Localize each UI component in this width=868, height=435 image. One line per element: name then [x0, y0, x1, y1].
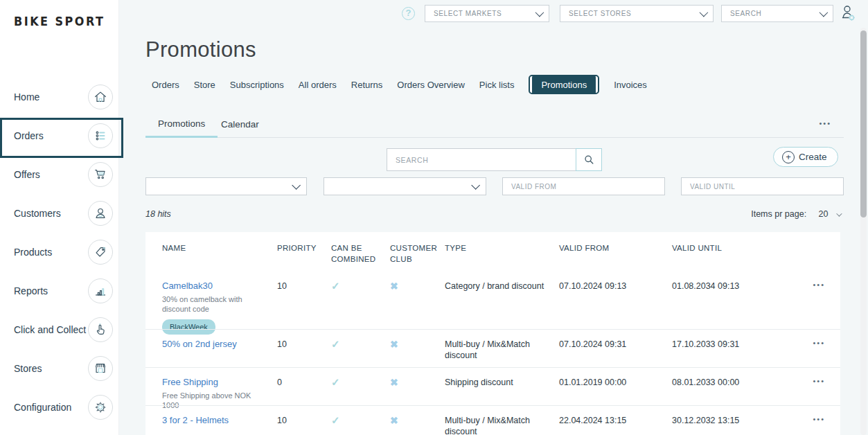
tab-subscriptions[interactable]: Subscriptions — [230, 76, 284, 94]
orders-list-icon — [88, 123, 113, 148]
table-row: 3 for 2 - Helmets 10 ✓ ✖ Multi-buy / Mix… — [145, 405, 840, 435]
tab-store[interactable]: Store — [194, 76, 215, 94]
col-name: NAME — [162, 242, 277, 254]
promotions-table: NAME PRIORITY CAN BE COMBINED CUSTOMER C… — [145, 232, 840, 435]
col-priority: PRIORITY — [277, 242, 331, 254]
tab-orders-overview[interactable]: Orders Overview — [397, 76, 465, 94]
valid-until-value: 01.08.2034 09:13 — [672, 281, 793, 292]
sidebar-item-customers[interactable]: Customers — [0, 194, 119, 233]
sidebar-item-label: Customers — [14, 208, 61, 219]
sidebar: BIKE SPORT Home Orders Offers Customers — [0, 0, 119, 435]
scrollbar-thumb[interactable] — [860, 30, 867, 218]
items-per-page-value[interactable]: 20 — [819, 209, 829, 219]
sidebar-item-offers[interactable]: Offers — [0, 155, 119, 194]
promotions-search — [387, 148, 602, 171]
topbar-search-dropdown[interactable]: SEARCH — [721, 5, 833, 22]
type-value: Multi-buy / Mix&Match discount — [445, 339, 559, 361]
subtab-calendar[interactable]: Calendar — [209, 111, 272, 138]
cross-icon: ✖ — [390, 339, 398, 350]
plus-circle-icon: + — [782, 151, 795, 163]
tab-pick-lists[interactable]: Pick lists — [479, 76, 515, 94]
sidebar-item-label: Click and Collect — [14, 324, 86, 335]
chevron-down-icon — [292, 181, 301, 190]
select-markets-dropdown[interactable]: SELECT MARKETS — [425, 5, 549, 22]
chevron-down-icon — [535, 8, 544, 17]
sidebar-item-label: Home — [14, 91, 39, 103]
col-type: TYPE — [445, 242, 559, 254]
user-settings-icon[interactable] — [840, 4, 856, 25]
check-icon: ✓ — [331, 376, 340, 388]
subtab-promotions[interactable]: Promotions — [145, 111, 218, 138]
tab-returns[interactable]: Returns — [351, 76, 383, 94]
search-button[interactable] — [576, 148, 602, 171]
brand-logo: BIKE SPORT — [14, 15, 105, 29]
promotion-name-link[interactable]: Camelbak30 — [162, 281, 213, 292]
sidebar-item-label: Reports — [14, 285, 48, 296]
check-icon: ✓ — [331, 280, 340, 292]
table-header-row: NAME PRIORITY CAN BE COMBINED CUSTOMER C… — [145, 232, 840, 272]
sidebar-nav: Home Orders Offers Customers Products — [0, 78, 119, 427]
sidebar-item-label: Configuration — [14, 402, 71, 413]
tab-promotions[interactable]: Promotions — [532, 76, 596, 94]
bar-chart-icon — [88, 278, 113, 303]
tab-all-orders[interactable]: All orders — [299, 76, 337, 94]
row-menu-icon[interactable]: ••• — [793, 339, 840, 347]
items-per-page-label: Items pr page: — [751, 209, 806, 219]
tab-invoices[interactable]: Invoices — [614, 76, 647, 94]
page-title: Promotions — [145, 37, 256, 62]
chevron-down-icon — [471, 181, 480, 190]
cross-icon: ✖ — [390, 377, 398, 388]
sidebar-item-label: Offers — [14, 169, 40, 180]
sidebar-item-home[interactable]: Home — [0, 78, 119, 116]
table-row: 50% on 2nd jersey 10 ✓ ✖ Multi-buy / Mix… — [145, 329, 840, 367]
main-tabs: Orders Store Subscriptions All orders Re… — [152, 75, 647, 94]
valid-until-value: 17.10.2033 09:31 — [672, 339, 793, 350]
chevron-down-icon[interactable] — [836, 211, 842, 216]
promotion-name-link[interactable]: 50% on 2nd jersey — [162, 339, 237, 350]
valid-from-value: 01.01.2019 00:00 — [559, 377, 672, 388]
filter-dropdown-1[interactable] — [145, 177, 307, 195]
cart-icon — [88, 162, 113, 187]
sidebar-item-orders[interactable]: Orders — [0, 116, 119, 155]
gear-icon — [88, 395, 113, 420]
row-menu-icon[interactable]: ••• — [793, 377, 840, 385]
valid-from-value: 07.10.2024 09:13 — [559, 281, 672, 292]
hand-pointer-icon — [88, 317, 113, 342]
sidebar-item-click-and-collect[interactable]: Click and Collect — [0, 310, 119, 349]
home-icon — [88, 85, 113, 109]
valid-until-value: 30.12.2032 13:15 — [672, 415, 793, 426]
promotion-name-link[interactable]: 3 for 2 - Helmets — [162, 415, 229, 426]
filter-dropdown-2[interactable] — [324, 177, 486, 195]
sidebar-item-stores[interactable]: Stores — [0, 349, 119, 388]
help-icon[interactable]: ? — [402, 7, 415, 20]
sidebar-item-label: Stores — [14, 363, 42, 374]
priority-value: 10 — [277, 415, 331, 426]
select-stores-dropdown[interactable]: SELECT STORES — [560, 5, 714, 22]
sub-tabs: Promotions Calendar ••• — [145, 111, 844, 138]
table-row: Camelbak30 30% on camelback with discoun… — [145, 272, 840, 329]
table-row: Free Shipping Free Shipping above NOK 10… — [145, 367, 840, 405]
type-value: Shipping discount — [445, 377, 559, 388]
tab-orders[interactable]: Orders — [152, 76, 179, 94]
topbar: ? SELECT MARKETS SELECT STORES SEARCH — [119, 0, 868, 28]
promotion-description: 30% on camelback with discount code — [162, 294, 245, 314]
priority-value: 10 — [277, 281, 331, 292]
valid-from-input[interactable] — [502, 177, 665, 195]
row-menu-icon[interactable]: ••• — [793, 415, 840, 423]
row-menu-icon[interactable]: ••• — [793, 281, 840, 289]
check-icon: ✓ — [331, 338, 340, 350]
col-can-be-combined: CAN BE COMBINED — [331, 242, 390, 265]
promotion-name-link[interactable]: Free Shipping — [162, 377, 218, 388]
valid-from-value: 22.04.2024 13:15 — [559, 415, 672, 426]
select-stores-placeholder: SELECT STORES — [569, 10, 700, 17]
sidebar-item-reports[interactable]: Reports — [0, 272, 119, 310]
type-value: Category / brand discount — [445, 281, 559, 292]
vertical-scrollbar — [860, 28, 867, 435]
sidebar-item-configuration[interactable]: Configuration — [0, 388, 119, 427]
valid-until-input[interactable] — [681, 177, 844, 195]
create-button[interactable]: + Create — [773, 147, 838, 167]
sidebar-item-products[interactable]: Products — [0, 233, 119, 272]
sidebar-item-label: Orders — [14, 130, 44, 141]
search-input[interactable] — [387, 148, 576, 171]
more-options-icon[interactable]: ••• — [819, 119, 831, 127]
